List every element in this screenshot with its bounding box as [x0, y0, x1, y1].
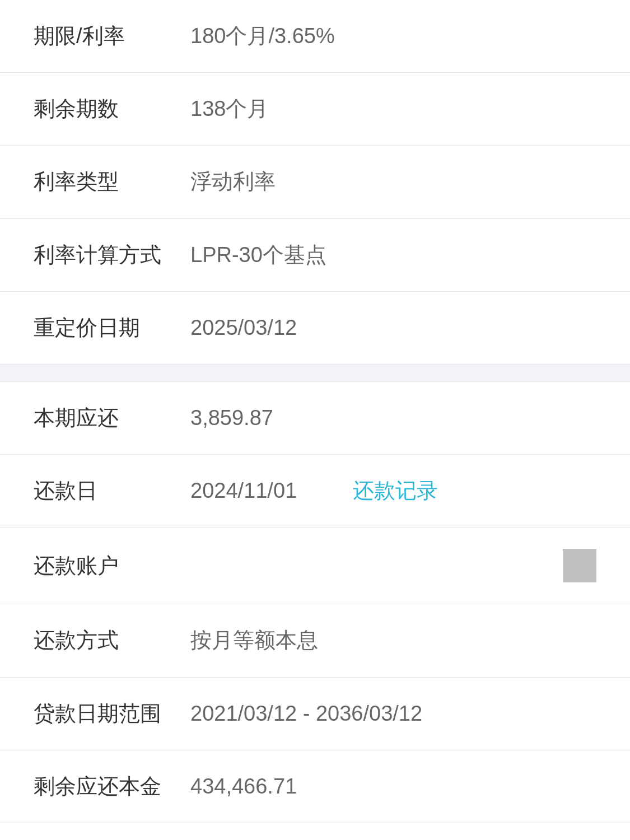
account-icon	[563, 549, 596, 582]
label-current-due: 本期应还	[34, 403, 190, 433]
value-reprice-date: 2025/03/12	[190, 316, 596, 340]
value-payment-method: 按月等额本息	[190, 626, 596, 655]
label-rate-type: 利率类型	[34, 167, 190, 197]
section-divider	[0, 365, 630, 382]
value-payment-date: 2024/11/01	[190, 479, 297, 503]
label-reprice-date: 重定价日期	[34, 313, 190, 343]
value-remaining-principal: 434,466.71	[190, 774, 596, 799]
label-remaining-periods: 剩余期数	[34, 94, 190, 124]
table-row-current-interest: 截止当前应还 利息1,188.14	[0, 823, 630, 840]
value-rate-type: 浮动利率	[190, 167, 596, 196]
table-row-remaining-principal: 剩余应还本金434,466.71	[0, 750, 630, 823]
value-remaining-periods: 138个月	[190, 95, 596, 123]
table-row-reprice-date: 重定价日期2025/03/12	[0, 292, 630, 365]
value-term-rate: 180个月/3.65%	[190, 22, 596, 50]
label-payment-account: 还款账户	[34, 551, 190, 581]
table-row-payment-date: 还款日2024/11/01还款记录	[0, 455, 630, 528]
table-row-term-rate: 期限/利率180个月/3.65%	[0, 0, 630, 73]
table-row-current-due: 本期应还3,859.87	[0, 382, 630, 455]
payment-row-content: 2024/11/01还款记录	[190, 477, 438, 505]
label-loan-date-range: 贷款日期范围	[34, 699, 190, 729]
value-loan-date-range: 2021/03/12 - 2036/03/12	[190, 702, 596, 726]
value-rate-calc: LPR-30个基点	[190, 241, 596, 269]
label-payment-date: 还款日	[34, 476, 190, 506]
label-term-rate: 期限/利率	[34, 21, 190, 51]
loan-details-table: 期限/利率180个月/3.65%剩余期数138个月利率类型浮动利率利率计算方式L…	[0, 0, 630, 840]
account-placeholder-area	[190, 549, 596, 582]
table-row-remaining-periods: 剩余期数138个月	[0, 73, 630, 146]
table-row-rate-type: 利率类型浮动利率	[0, 146, 630, 218]
label-payment-method: 还款方式	[34, 626, 190, 655]
label-remaining-principal: 剩余应还本金	[34, 772, 190, 801]
table-row-payment-account: 还款账户	[0, 528, 630, 604]
table-row-payment-method: 还款方式按月等额本息	[0, 604, 630, 677]
payment-records-link[interactable]: 还款记录	[353, 477, 438, 505]
value-current-due: 3,859.87	[190, 406, 596, 430]
label-rate-calc: 利率计算方式	[34, 240, 190, 270]
table-row-rate-calc: 利率计算方式LPR-30个基点	[0, 219, 630, 292]
table-row-loan-date-range: 贷款日期范围2021/03/12 - 2036/03/12	[0, 678, 630, 750]
